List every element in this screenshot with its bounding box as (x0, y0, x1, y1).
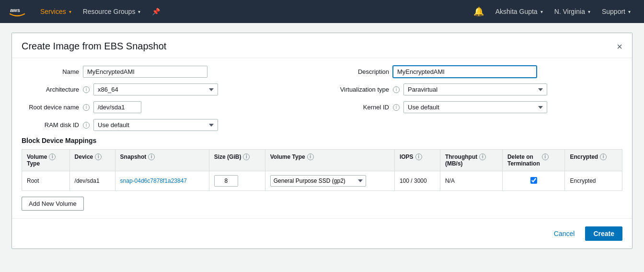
architecture-select[interactable]: x86_64 i386 arm64 (93, 83, 218, 95)
table-row: Root /dev/sda1 snap-04d6c7878f1a23847 Ge… (22, 171, 622, 191)
nav-support[interactable]: Support ▾ (596, 0, 636, 23)
architecture-label: Architecture (22, 86, 79, 93)
kernel-id-field: Kernel ID i Use default (332, 101, 622, 113)
name-input[interactable] (83, 66, 207, 78)
form-area: Name Description Architecture i x86_64 i… (12, 58, 632, 218)
th-vol-type: Volume Type i (265, 150, 394, 171)
region-chevron-icon: ▾ (588, 9, 590, 14)
services-label: Services (40, 8, 66, 15)
ram-disk-field: RAM disk ID i Use default (22, 119, 312, 131)
td-size (209, 171, 265, 191)
th-size-info[interactable]: i (243, 154, 250, 160)
ram-disk-select[interactable]: Use default (93, 119, 218, 131)
td-vol-type: General Purpose SSD (gp2) Provisioned IO… (265, 171, 394, 191)
virtualization-info-icon[interactable]: i (393, 86, 400, 93)
th-volume-type-info[interactable]: i (49, 154, 56, 160)
form-row-root-kernel: Root device name i Kernel ID i Use defau… (22, 101, 622, 113)
nav-right: 🔔 Akshita Gupta ▾ N. Virginia ▾ Support … (468, 0, 636, 23)
form-row-name-desc: Name Description (22, 66, 622, 78)
root-device-field: Root device name i (22, 101, 312, 113)
kernel-id-label: Kernel ID (332, 104, 389, 111)
td-throughput: N/A (440, 171, 502, 191)
td-delete-on-termination (502, 171, 565, 191)
nav-pin[interactable]: 📌 (146, 0, 166, 23)
th-encrypted: Encrypted i (565, 150, 622, 171)
td-iops: 100 / 3000 (394, 171, 440, 191)
nav-resource-groups[interactable]: Resource Groups ▾ (77, 0, 147, 23)
aws-logo: aws (8, 4, 27, 19)
modal-title: Create Image from EBS Snapshot (22, 41, 166, 52)
th-snapshot-info[interactable]: i (148, 154, 155, 160)
nav-user[interactable]: Akshita Gupta ▾ (490, 0, 549, 23)
td-encrypted: Encrypted (565, 171, 622, 191)
resource-groups-chevron-icon: ▾ (138, 9, 140, 14)
add-volume-button[interactable]: Add New Volume (22, 197, 84, 211)
ram-disk-info-icon[interactable]: i (83, 122, 90, 129)
block-device-section-title: Block Device Mappings (22, 137, 622, 144)
ram-disk-label: RAM disk ID (22, 121, 79, 129)
th-size: Size (GiB) i (209, 150, 265, 171)
create-button[interactable]: Create (585, 226, 622, 241)
table-header-row: VolumeType i Device i Sn (22, 150, 622, 171)
name-field: Name (22, 66, 312, 78)
nav-region[interactable]: N. Virginia ▾ (549, 0, 596, 23)
bell-icon: 🔔 (473, 6, 484, 17)
th-vol-type-info[interactable]: i (307, 154, 314, 160)
th-volume-type: VolumeType i (22, 150, 70, 171)
th-delete-on-termination: Delete onTermination i (502, 150, 565, 171)
th-encrypted-info[interactable]: i (600, 154, 607, 160)
user-chevron-icon: ▾ (540, 9, 543, 14)
virtualization-select[interactable]: Paravirtual Hardware-assisted virtualiza… (403, 83, 547, 95)
modal-footer: Cancel Create (12, 218, 632, 248)
volume-type-select[interactable]: General Purpose SSD (gp2) Provisioned IO… (270, 175, 366, 187)
modal-card: Create Image from EBS Snapshot × Name De… (12, 33, 632, 249)
bell-button[interactable]: 🔔 (468, 0, 490, 23)
top-nav: aws Services ▾ Resource Groups ▾ 📌 🔔 Aks… (0, 0, 644, 23)
th-device: Device i (69, 150, 115, 171)
description-input[interactable] (393, 66, 537, 78)
th-throughput: Throughput(MB/s) i (440, 150, 502, 171)
close-button[interactable]: × (617, 42, 622, 51)
th-device-info[interactable]: i (95, 154, 102, 160)
th-delete-info[interactable]: i (542, 154, 549, 160)
td-volume-type: Root (22, 171, 70, 191)
size-input[interactable] (214, 175, 238, 187)
resource-groups-label: Resource Groups (83, 8, 136, 15)
th-iops: IOPS i (394, 150, 440, 171)
virtualization-label: Virtualization type (332, 86, 389, 93)
delete-on-termination-checkbox[interactable] (530, 177, 537, 184)
architecture-field: Architecture i x86_64 i386 arm64 (22, 83, 312, 95)
architecture-info-icon[interactable]: i (83, 86, 90, 93)
region-label: N. Virginia (554, 8, 585, 15)
th-throughput-info[interactable]: i (479, 154, 486, 160)
kernel-id-select[interactable]: Use default (403, 101, 547, 113)
snapshot-link[interactable]: snap-04d6c7878f1a23847 (120, 177, 187, 184)
services-chevron-icon: ▾ (69, 9, 71, 14)
form-row-arch-virt: Architecture i x86_64 i386 arm64 Virtual… (22, 83, 622, 95)
description-label: Description (332, 68, 389, 75)
td-snapshot: snap-04d6c7878f1a23847 (115, 171, 209, 191)
support-label: Support (602, 8, 625, 15)
description-field: Description (332, 66, 622, 78)
root-device-label: Root device name (22, 104, 79, 111)
virtualization-field: Virtualization type i Paravirtual Hardwa… (332, 83, 622, 95)
pin-icon: 📌 (152, 8, 160, 15)
user-label: Akshita Gupta (495, 8, 538, 15)
name-label: Name (22, 68, 79, 75)
form-row-ram: RAM disk ID i Use default (22, 119, 622, 131)
cancel-button[interactable]: Cancel (548, 226, 581, 241)
nav-services[interactable]: Services ▾ (34, 0, 77, 23)
td-device: /dev/sda1 (69, 171, 115, 191)
root-device-input[interactable] (93, 101, 141, 113)
th-iops-info[interactable]: i (415, 154, 422, 160)
page-content: Create Image from EBS Snapshot × Name De… (0, 23, 644, 272)
root-device-info-icon[interactable]: i (83, 104, 90, 111)
th-snapshot: Snapshot i (115, 150, 209, 171)
block-device-table: VolumeType i Device i Sn (22, 149, 622, 191)
modal-header: Create Image from EBS Snapshot × (12, 33, 632, 58)
svg-text:aws: aws (10, 7, 20, 13)
kernel-id-info-icon[interactable]: i (393, 104, 400, 111)
support-chevron-icon: ▾ (628, 9, 631, 14)
